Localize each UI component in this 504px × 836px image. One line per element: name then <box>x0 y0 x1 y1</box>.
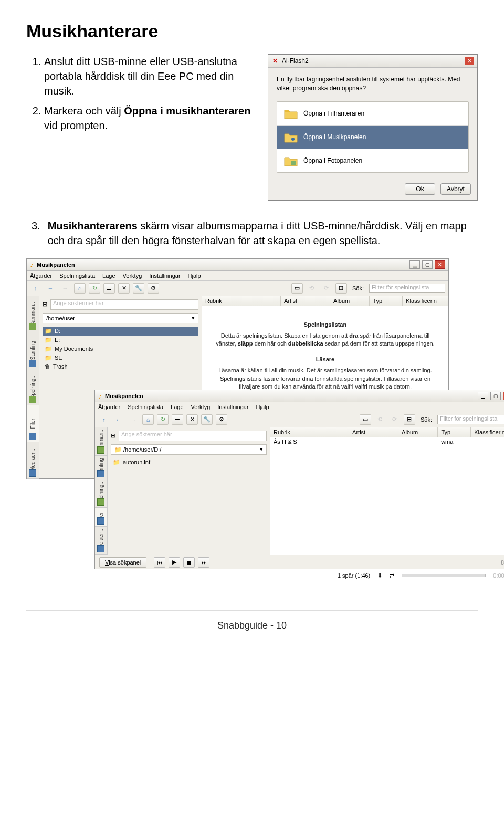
footer-divider <box>26 610 478 611</box>
tree-item[interactable]: 📁autorun.inf <box>111 458 267 467</box>
minimize-button[interactable]: ▁ <box>478 392 488 400</box>
col-rubrik[interactable]: Rubrik <box>202 296 281 306</box>
play-icon[interactable]: ▶ <box>169 557 180 568</box>
cancel-button[interactable]: Avbryt <box>440 183 471 195</box>
menu-actions[interactable]: Åtgärder <box>98 404 120 410</box>
tree-item[interactable]: 📁E: <box>43 336 198 344</box>
col-klass[interactable]: Klassificerin <box>403 296 448 306</box>
option-file-manager[interactable]: Öppna i Filhanteraren <box>277 102 468 126</box>
tree-item[interactable]: 📁My Documents <box>43 344 198 353</box>
search-button[interactable]: ⊞ <box>404 414 415 425</box>
music-panel-window-2: ♪ Musikpanelen ▁ ▢ ✕ Åtgärder Spelningsl… <box>94 390 504 569</box>
refresh-icon[interactable]: ↻ <box>157 414 169 425</box>
menu-help[interactable]: Hjälp <box>256 404 269 410</box>
download-icon[interactable]: ⬇ <box>377 572 382 579</box>
menu-tools[interactable]: Verktyg <box>191 404 211 410</box>
forward-arrow-icon[interactable]: → <box>59 283 71 294</box>
menu-playlist[interactable]: Spelningslista <box>59 273 95 279</box>
menu-help[interactable]: Hjälp <box>188 273 201 279</box>
option-music-panel[interactable]: Öppna i Musikpanelen <box>277 126 468 149</box>
search-label: Sök: <box>421 416 432 423</box>
menu-playlist[interactable]: Spelningslista <box>128 404 163 410</box>
col-album[interactable]: Album <box>398 427 438 437</box>
list-button[interactable]: ☰ <box>172 414 183 425</box>
ok-button[interactable]: Ok <box>405 183 435 195</box>
sidetab-summary[interactable]: Samman.. <box>95 427 107 456</box>
col-album[interactable]: Album <box>330 296 370 306</box>
wrench-icon[interactable]: 🔧 <box>133 283 144 294</box>
sidetab-summary[interactable]: Samman.. <box>27 296 39 333</box>
shuffle-icon[interactable]: ⇄ <box>390 572 394 579</box>
tree-item[interactable]: 📁SE <box>43 353 198 362</box>
path-dropdown[interactable]: 📁 /home/user/D:/ ▾ <box>111 444 267 455</box>
maximize-button[interactable]: ▢ <box>490 392 501 400</box>
layout-button[interactable]: ▭ <box>360 414 371 425</box>
tree-search-input[interactable]: Ange söktermer här <box>50 299 198 310</box>
sidetab-files[interactable]: Filer <box>95 508 107 527</box>
menu-settings[interactable]: Inställningar <box>217 404 248 410</box>
layout-button[interactable]: ▭ <box>291 283 303 294</box>
refresh-icon[interactable]: ↻ <box>89 283 100 294</box>
instruction-2: Markera och välj Öppna i musikhanteraren… <box>44 103 258 133</box>
menu-tools[interactable]: Verktyg <box>123 273 142 279</box>
search-input[interactable]: Filter för spelningslista <box>369 284 445 293</box>
prev-track-icon[interactable]: ⏮ <box>154 557 165 568</box>
search-icon[interactable]: ⊞ <box>111 432 116 439</box>
sidetab-media[interactable]: Mediaen.. <box>95 527 107 555</box>
sidetab-playback[interactable]: Spelning.. <box>27 369 39 406</box>
sidetab-files[interactable]: Filer <box>27 405 39 442</box>
sidetab-media[interactable]: Mediaen.. <box>27 442 39 479</box>
col-artist[interactable]: Artist <box>349 427 398 437</box>
menu-mode[interactable]: Läge <box>102 273 115 279</box>
show-search-panel-button[interactable]: Visa sökpanel <box>99 557 146 568</box>
tools-icon[interactable]: ✕ <box>118 283 130 294</box>
prev-icon[interactable]: ⟲ <box>374 414 386 425</box>
instruction-3-block: 3. Musikhanterarens skärm visar albumsma… <box>26 218 478 248</box>
next-track-icon[interactable]: ⏭ <box>198 557 209 568</box>
prev-icon[interactable]: ⟲ <box>306 283 318 294</box>
tree-item[interactable]: 🗑Trash <box>43 362 198 371</box>
menu-actions[interactable]: Åtgärder <box>30 273 52 279</box>
tree-item[interactable]: 📁D: <box>43 327 198 336</box>
dialog-title: Ai-Flash2 <box>282 57 309 65</box>
minimize-button[interactable]: ▁ <box>410 260 420 269</box>
close-icon[interactable]: ✕ <box>465 57 474 65</box>
search-input[interactable]: Filter för spelningslista <box>437 415 504 424</box>
search-icon[interactable]: ⊞ <box>43 301 47 308</box>
progress-bar[interactable] <box>402 574 486 577</box>
path-dropdown[interactable]: /home/user ▾ <box>43 313 198 323</box>
table-row[interactable]: Ås H & S wma <box>270 437 504 446</box>
col-klass[interactable]: Klassificerin <box>471 427 504 437</box>
forward-arrow-icon[interactable]: → <box>128 414 139 425</box>
sidetab-collection[interactable]: Samling <box>27 332 39 369</box>
next-icon[interactable]: ⟳ <box>321 283 332 294</box>
maximize-button[interactable]: ▢ <box>422 260 433 269</box>
wrench-icon[interactable]: 🔧 <box>201 414 213 425</box>
menu-settings[interactable]: Inställningar <box>149 273 180 279</box>
menu-mode[interactable]: Läge <box>171 404 183 410</box>
col-artist[interactable]: Artist <box>281 296 330 306</box>
home-icon[interactable]: ⌂ <box>74 283 86 294</box>
home-icon[interactable]: ⌂ <box>142 414 154 425</box>
next-icon[interactable]: ⟳ <box>389 414 401 425</box>
back-arrow-icon[interactable]: ← <box>113 414 124 425</box>
up-arrow-icon[interactable]: ↑ <box>30 283 41 294</box>
back-arrow-icon[interactable]: ← <box>45 283 56 294</box>
col-rubrik[interactable]: Rubrik <box>270 427 349 437</box>
stop-icon[interactable]: ⏹ <box>183 557 195 568</box>
close-button[interactable]: ✕ <box>435 260 445 269</box>
col-typ[interactable]: Typ <box>370 296 403 306</box>
list-button[interactable]: ☰ <box>103 283 115 294</box>
chevron-down-icon: ▾ <box>192 315 195 321</box>
option-photo-panel[interactable]: Öppna i Fotopanelen <box>277 149 468 172</box>
tree-search-input[interactable]: Ange söktermer här <box>119 431 267 441</box>
tools-icon[interactable]: ✕ <box>186 414 198 425</box>
config-icon[interactable]: ⚙ <box>216 414 227 425</box>
sidetab-playback[interactable]: Spelning.. <box>95 479 107 507</box>
config-icon[interactable]: ⚙ <box>148 283 159 294</box>
col-typ[interactable]: Typ <box>438 427 471 437</box>
search-button[interactable]: ⊞ <box>335 283 347 294</box>
up-arrow-icon[interactable]: ↑ <box>98 414 110 425</box>
menubar: Åtgärder Spelningslista Läge Verktyg Ins… <box>27 271 448 281</box>
sidetab-collection[interactable]: Samling <box>95 456 107 479</box>
